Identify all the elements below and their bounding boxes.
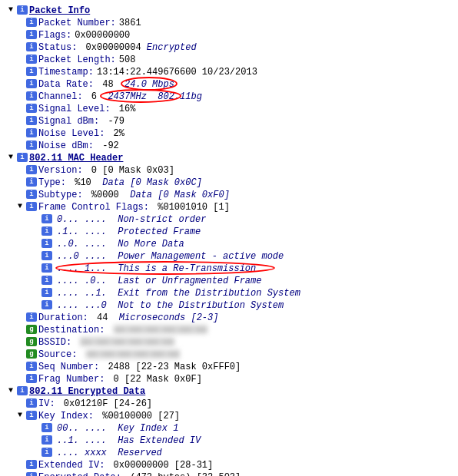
- key-index-row[interactable]: i Key Index: %00100000 [27]: [3, 410, 455, 422]
- version-row: i Version: 0 [0 Mask 0x03]: [3, 164, 455, 177]
- frag-number-row: i Frag Number: 0 [22 Mask 0x0F]: [3, 373, 455, 385]
- status-icon: i: [26, 42, 37, 51]
- flag-bit-2-value: ..0. .... No More Data: [57, 239, 184, 250]
- subtype-label: Subtype:: [38, 190, 83, 200]
- signal-level-icon: i: [26, 104, 37, 113]
- signal-level-row: i Signal Level: 16%: [3, 103, 455, 115]
- key-index-label: Key Index:: [38, 411, 94, 421]
- extended-iv-row: i Extended IV: 0x00000000 [28-31]: [3, 459, 455, 471]
- encrypted-data-field-value: (472 bytes) [32-503]: [124, 472, 241, 476]
- encrypted-data-label[interactable]: 802.11 Encrypted Data: [29, 386, 145, 397]
- encrypted-data-expand-icon[interactable]: [6, 386, 15, 395]
- source-icon: g: [26, 349, 37, 359]
- flag-bit-0-value: 0... .... Non-strict order: [57, 214, 206, 225]
- bssid-value: xx:xx:xx:xx:xx:xx: [75, 337, 174, 348]
- flag-bit-5: i .... .0.. Last or Unfragmented Frame: [3, 275, 455, 287]
- source-label: Source:: [38, 349, 77, 360]
- timestamp-value: 13:14:22.449676600 10/23/2013: [97, 67, 257, 78]
- encrypted-data-field-row: i Encrypted Data: (472 bytes) [32-503]: [3, 471, 455, 476]
- source-value: xx:xx:xx:xx:xx:xx: [80, 349, 180, 360]
- status-label: Status:: [38, 42, 77, 53]
- frame-flags-expand-icon[interactable]: [15, 202, 25, 211]
- extended-iv-icon: i: [26, 460, 37, 469]
- packet-length-row: i Packet Length: 508: [3, 54, 455, 66]
- noise-dbm-label: Noise dBm:: [38, 140, 94, 151]
- flag-bit-2: i ..0. .... No More Data: [3, 238, 455, 250]
- key-index-bit-1: i ..1. .... Has Extended IV: [3, 435, 455, 447]
- data-rate-row: i Data Rate: 48 24.0 Mbps: [3, 78, 455, 91]
- packet-info-expand-icon[interactable]: [6, 5, 15, 15]
- status-row: i Status: 0x00000004 Encrypted: [3, 41, 455, 54]
- mac-header-label[interactable]: 802.11 MAC Header: [29, 153, 123, 164]
- bssid-row: g BSSID: xx:xx:xx:xx:xx:xx: [3, 336, 455, 349]
- encrypted-data-field-label: Encrypted Data:: [38, 472, 121, 476]
- type-label: Type:: [38, 177, 66, 188]
- duration-value: 44 Microseconds [2-3]: [91, 312, 219, 323]
- signal-dbm-value: -79: [102, 116, 124, 127]
- encrypted-data-icon: i: [17, 386, 28, 395]
- seq-number-value: 2488 [22-23 Mask 0xFFF0]: [102, 362, 241, 372]
- encrypted-data-header[interactable]: i 802.11 Encrypted Data: [3, 385, 455, 398]
- noise-dbm-value: -92: [97, 140, 119, 151]
- noise-dbm-row: i Noise dBm: -92: [3, 140, 455, 152]
- destination-icon: g: [26, 325, 37, 334]
- encrypted-data-field-icon: i: [26, 472, 37, 476]
- subtype-icon: i: [26, 190, 37, 199]
- frame-flags-label: Frame Control Flags:: [38, 202, 149, 213]
- seq-number-row: i Seq Number: 2488 [22-23 Mask 0xFFF0]: [3, 361, 455, 373]
- flag-bit-7-value: .... ...0 Not to the Distribution System: [57, 300, 284, 311]
- flag-bit-1-icon: i: [41, 226, 52, 236]
- flag-bit-3-icon: i: [41, 251, 52, 260]
- flag-bit-2-icon: i: [41, 239, 52, 248]
- noise-level-row: i Noise Level: 2%: [3, 127, 455, 140]
- flag-bit-7: i .... ...0 Not to the Distribution Syst…: [3, 299, 455, 312]
- timestamp-label: Timestamp:: [38, 67, 94, 78]
- packet-info-header[interactable]: i Packet Info: [3, 5, 455, 17]
- signal-dbm-row: i Signal dBm: -79: [3, 115, 455, 127]
- flag-bit-5-icon: i: [41, 276, 52, 285]
- flag-bit-5-value: .... .0.. Last or Unfragmented Frame: [57, 276, 261, 286]
- flag-bit-4-icon: i: [41, 263, 52, 273]
- subtype-value: %0000 Data [0 Mask 0xF0]: [86, 190, 230, 200]
- version-label: Version:: [38, 165, 83, 176]
- mac-header-icon: i: [17, 153, 28, 162]
- seq-number-label: Seq Number:: [38, 362, 99, 372]
- destination-row: g Destination: xx:xx:xx:xx:xx:xx: [3, 324, 455, 336]
- flag-bit-6-value: .... ..1. Exit from the Distribution Sys…: [57, 288, 300, 299]
- channel-value: 6 2437MHz 802.11bg: [86, 91, 202, 102]
- duration-icon: i: [26, 312, 37, 322]
- flag-bit-3-value: ...0 .... Power Management - active mode: [57, 251, 284, 262]
- packet-number-label: Packet Number:: [38, 18, 116, 28]
- signal-dbm-label: Signal dBm:: [38, 116, 99, 127]
- packet-number-row: i Packet Number: 3861: [3, 17, 455, 29]
- key-index-bit-0-value: 00.. .... Key Index 1: [57, 423, 178, 434]
- iv-row: i IV: 0x01210F [24-26]: [3, 398, 455, 410]
- type-value: %10 Data [0 Mask 0x0C]: [69, 177, 202, 188]
- packet-info-label[interactable]: Packet Info: [29, 5, 90, 16]
- packet-length-icon: i: [26, 55, 37, 64]
- key-index-value: %00100000 [27]: [97, 411, 180, 421]
- subtype-row: i Subtype: %0000 Data [0 Mask 0xF0]: [3, 189, 455, 201]
- duration-row: i Duration: 44 Microseconds [2-3]: [3, 312, 455, 324]
- noise-level-label: Noise Level:: [38, 128, 105, 139]
- channel-icon: i: [26, 91, 37, 101]
- signal-level-value: 16%: [114, 104, 136, 114]
- flags-value: 0x00000000: [75, 30, 130, 41]
- flag-bit-0: i 0... .... Non-strict order: [3, 213, 455, 226]
- channel-label: Channel:: [38, 91, 83, 102]
- frag-number-label: Frag Number:: [38, 374, 105, 385]
- flag-bit-6-icon: i: [41, 288, 52, 297]
- flags-label: Flags:: [38, 30, 71, 41]
- mac-header-row[interactable]: i 802.11 MAC Header: [3, 152, 455, 164]
- frame-control-flags-row[interactable]: i Frame Control Flags: %01001010 [1]: [3, 201, 455, 213]
- packet-number-icon: i: [26, 18, 37, 27]
- key-index-expand-icon[interactable]: [15, 411, 25, 420]
- data-rate-label: Data Rate:: [38, 79, 94, 90]
- key-index-bit-1-icon: i: [41, 435, 52, 445]
- flag-bit-1-value: .1.. .... Protected Frame: [57, 226, 201, 237]
- key-index-bit-2-value: .... xxxx Reserved: [57, 448, 162, 458]
- channel-circled: 2437MHz 802.11bg: [108, 91, 201, 102]
- mac-header-expand-icon[interactable]: [6, 153, 15, 162]
- key-index-icon: i: [26, 411, 37, 420]
- type-row: i Type: %10 Data [0 Mask 0x0C]: [3, 177, 455, 189]
